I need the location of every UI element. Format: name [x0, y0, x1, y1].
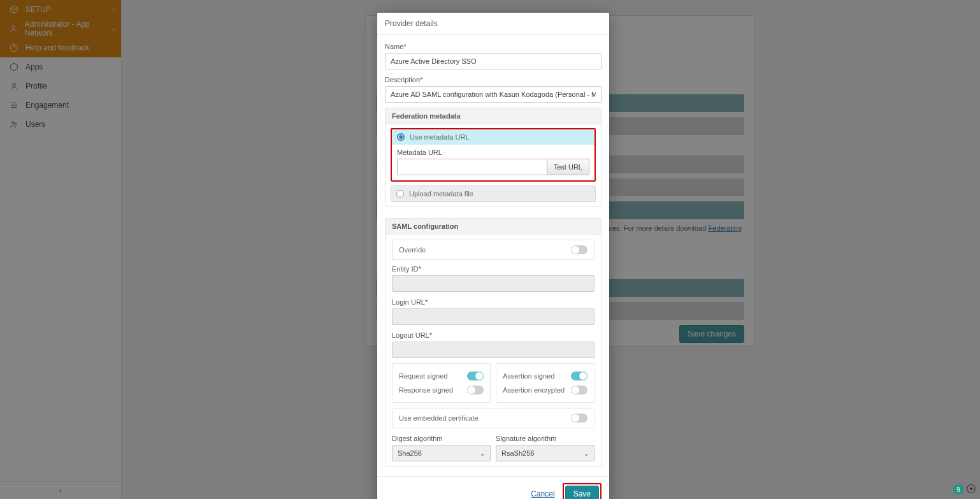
response-signed-toggle[interactable]	[467, 386, 484, 394]
assertion-signed-label: Assertion signed	[503, 372, 554, 380]
notification-badge[interactable]: 9	[953, 484, 963, 495]
description-input[interactable]	[385, 86, 602, 103]
metadata-url-input[interactable]	[397, 159, 547, 175]
use-embedded-cert-label: Use embedded certificate	[399, 414, 479, 422]
save-highlight: Save	[563, 483, 602, 499]
use-metadata-url-radio[interactable]: Use metadata URL	[392, 129, 594, 145]
entity-id-input	[392, 275, 594, 292]
name-input[interactable]	[385, 53, 602, 69]
assertion-toggles-card: Assertion signed Assertion encrypted	[496, 363, 594, 403]
assertion-signed-toggle[interactable]	[571, 372, 587, 380]
radio-icon	[396, 190, 404, 198]
saml-panel: SAML configuration Override Entity ID* L…	[385, 218, 602, 467]
modal-footer: Cancel Save	[377, 476, 609, 499]
chevron-down-icon: ⌄	[480, 450, 485, 457]
entity-id-label: Entity ID*	[392, 265, 594, 273]
upload-metadata-radio[interactable]: Upload metadata file	[391, 185, 596, 202]
saml-heading: SAML configuration	[386, 219, 601, 235]
digest-select[interactable]: Sha256 ⌄	[392, 445, 491, 461]
radio-icon	[397, 133, 405, 141]
response-signed-label: Response signed	[399, 386, 453, 394]
provider-details-modal: Provider details Name* Description* Fede…	[377, 13, 609, 499]
override-toggle[interactable]	[571, 245, 587, 254]
use-metadata-url-label: Use metadata URL	[410, 133, 470, 141]
use-embedded-cert-row: Use embedded certificate	[392, 408, 594, 428]
use-embedded-cert-toggle[interactable]	[571, 414, 587, 423]
metadata-url-label: Metadata URL	[397, 148, 589, 156]
save-button[interactable]: Save	[565, 486, 599, 499]
request-signed-toggle[interactable]	[467, 372, 484, 380]
chevron-down-icon: ⌄	[584, 450, 589, 457]
digest-label: Digest algorithm	[392, 435, 491, 442]
signature-value: RsaSh256	[501, 449, 534, 457]
cancel-link[interactable]: Cancel	[531, 489, 554, 498]
description-label: Description*	[385, 76, 602, 83]
test-url-button[interactable]: Test URL	[547, 159, 589, 175]
override-row: Override	[392, 240, 594, 260]
login-url-label: Login URL*	[392, 298, 594, 306]
login-url-input	[392, 308, 594, 325]
request-signed-label: Request signed	[399, 372, 447, 380]
logout-url-label: Logout URL*	[392, 331, 594, 339]
digest-value: Sha256	[398, 449, 422, 457]
override-label: Override	[399, 246, 426, 254]
inspect-icon[interactable]: ⦿	[966, 484, 976, 495]
federation-panel: Federation metadata Use metadata URL Met…	[385, 108, 602, 206]
name-label: Name*	[385, 43, 602, 50]
assertion-encrypted-toggle[interactable]	[571, 386, 587, 394]
corner-widget: 9 ⦿	[953, 484, 976, 495]
metadata-url-highlight: Use metadata URL Metadata URL Test URL	[391, 128, 596, 182]
signature-label: Signature algorithm	[496, 435, 594, 442]
federation-heading: Federation metadata	[386, 108, 601, 124]
logout-url-input	[392, 342, 594, 358]
request-toggles-card: Request signed Response signed	[392, 363, 491, 403]
signature-select[interactable]: RsaSh256 ⌄	[496, 445, 594, 461]
assertion-encrypted-label: Assertion encrypted	[503, 386, 565, 394]
upload-metadata-label: Upload metadata file	[409, 190, 473, 198]
modal-title: Provider details	[377, 13, 609, 35]
